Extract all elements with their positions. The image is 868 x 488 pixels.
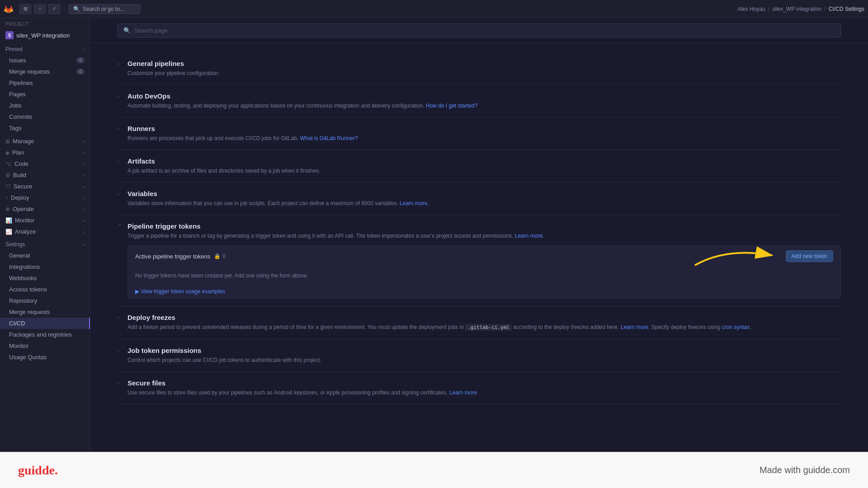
usage-quotas-label: Usage Quotas (9, 354, 47, 361)
secure-label: Secure (14, 183, 32, 190)
sidebar: Project S silex_WP integration Pinned › … (0, 18, 90, 452)
variables-link[interactable]: Learn more. (400, 200, 429, 206)
add-new-token-button[interactable]: Add new token (786, 250, 833, 262)
section-runners: › Runners Runners are processes that pic… (118, 117, 841, 150)
sidebar-project-label: Project (0, 18, 90, 28)
plan-icon: ◈ (5, 150, 9, 156)
search-input[interactable] (134, 27, 835, 34)
runners-link[interactable]: What is GitLab Runner? (300, 135, 358, 141)
topbar-divider (64, 5, 65, 14)
auto-devops-title: Auto DevOps (127, 92, 170, 100)
section-variables-header[interactable]: › Variables (118, 190, 841, 197)
sidebar-group-plan[interactable]: ◈ Plan › (0, 147, 90, 158)
repository-label: Repository (9, 297, 37, 304)
sidebar-item-jobs[interactable]: Jobs (0, 100, 90, 111)
merge-requests-badge: 0 (76, 69, 85, 75)
sidebar-group-monitor[interactable]: 📊 Monitor › (0, 215, 90, 226)
sidebar-item-cicd[interactable]: CI/CD (0, 318, 90, 329)
sidebar-item-merge-requests-settings[interactable]: Merge requests (0, 306, 90, 318)
section-runners-header[interactable]: › Runners (118, 125, 841, 132)
sidebar-pinned-header[interactable]: Pinned › (0, 44, 90, 55)
tokens-panel: Active pipeline trigger tokens 🔒 0 Add n… (127, 245, 841, 299)
sidebar-item-usage-quotas[interactable]: Usage Quotas (0, 352, 90, 363)
webhooks-label: Webhooks (9, 275, 37, 282)
deploy-label: Deploy (11, 194, 29, 201)
auto-devops-link[interactable]: How do I get started? (426, 103, 477, 109)
artifacts-desc: A job artifact is an archive of files an… (118, 167, 841, 175)
sidebar-group-code[interactable]: ⌥ Code › (0, 158, 90, 169)
settings-chevron: › (83, 242, 85, 247)
sidebar-item-packages-registries[interactable]: Packages and registries (0, 329, 90, 340)
breadcrumb-project[interactable]: silex_WP integration (772, 6, 821, 12)
sidebar-group-operate[interactable]: ⊕ Operate › (0, 203, 90, 215)
sidebar-item-monitor-settings[interactable]: Monitor (0, 340, 90, 352)
plan-label: Plan (12, 149, 24, 156)
general-label: General (9, 252, 30, 259)
topbar-search[interactable]: 🔍 Search or go to... (68, 4, 141, 14)
deploy-chevron: › (83, 195, 85, 201)
secure-files-desc: Use secure files to store files used by … (118, 389, 841, 397)
section-artifacts-header[interactable]: › Artifacts (118, 157, 841, 165)
ptt-body: Trigger a pipeline for a branch or tag b… (118, 232, 841, 299)
variables-chevron: › (118, 191, 123, 197)
access-tokens-label: Access tokens (9, 286, 47, 293)
check-icon-btn[interactable]: ✓ (48, 4, 61, 14)
sidebar-item-commits[interactable]: Commits (0, 111, 90, 122)
sidebar-item-pipelines[interactable]: Pipelines (0, 77, 90, 89)
manage-label: Manage (13, 138, 34, 145)
section-deploy-freezes-header[interactable]: › Deploy freezes (118, 314, 841, 321)
variables-desc: Variables store information that you can… (118, 199, 841, 207)
content-area: › General pipelines Customize your pipel… (90, 43, 868, 413)
sidebar-item-pages[interactable]: Pages (0, 89, 90, 100)
section-secure-files-header[interactable]: › Secure files (118, 379, 841, 387)
sidebar-item-access-tokens[interactable]: Access tokens (0, 284, 90, 295)
sidebar-group-build[interactable]: ⚙ Build › (0, 169, 90, 181)
view-examples-link[interactable]: ▶ View trigger token usage examples (135, 288, 833, 295)
sidebar-item-webhooks[interactable]: Webhooks (0, 272, 90, 284)
guidde-logo: guidde. (18, 463, 58, 478)
cicd-label: CI/CD (9, 320, 25, 327)
section-general-pipelines: › General pipelines Customize your pipel… (118, 52, 841, 85)
ptt-header[interactable]: › Pipeline trigger tokens (118, 222, 841, 230)
topbar: ⊞ ⑂ ✓ 🔍 Search or go to... Alex Hoyau / … (0, 0, 868, 18)
sidebar-settings-header[interactable]: Settings › (0, 239, 90, 250)
sidebar-item-repository[interactable]: Repository (0, 295, 90, 306)
tokens-footer: ▶ View trigger token usage examples (128, 284, 840, 298)
sidebar-group-secure[interactable]: 🛡 Secure › (0, 181, 90, 192)
monitor-settings-label: Monitor (9, 343, 28, 349)
section-job-token-header[interactable]: › Job token permissions (118, 347, 841, 354)
sidebar-item-issues[interactable]: Issues 0 (0, 55, 90, 66)
sidebar-group-deploy[interactable]: ↑ Deploy › (0, 192, 90, 203)
active-tokens-label: Active pipeline trigger tokens (135, 253, 210, 260)
add-token-btn-container: Add new token (786, 250, 833, 262)
breadcrumb-user[interactable]: Alex Hoyau (737, 6, 765, 12)
home-icon-btn[interactable]: ⊞ (19, 4, 32, 14)
deploy-freezes-chevron: › (118, 315, 123, 320)
artifacts-title: Artifacts (127, 157, 155, 165)
sidebar-item-tags[interactable]: Tags (0, 122, 90, 134)
sidebar-group-analyze[interactable]: 📈 Analyze › (0, 226, 90, 237)
runners-desc: Runners are processes that pick up and e… (118, 134, 841, 142)
job-token-title: Job token permissions (127, 347, 201, 354)
job-token-desc: Control which projects can use CI/CD job… (118, 356, 841, 364)
section-secure-files: › Secure files Use secure files to store… (118, 372, 841, 404)
search-bar-container: 🔍 (90, 18, 868, 43)
secure-files-learn-more[interactable]: Learn more (449, 389, 477, 396)
section-auto-devops-header[interactable]: › Auto DevOps (118, 92, 841, 100)
issues-badge: 0 (76, 57, 85, 63)
deploy-freezes-learn-more[interactable]: Learn more. (621, 324, 650, 330)
breadcrumb-current: CI/CD Settings (829, 6, 864, 12)
sidebar-group-manage[interactable]: ⊞ Manage › (0, 136, 90, 147)
sidebar-item-merge-requests[interactable]: Merge requests 0 (0, 66, 90, 77)
sidebar-item-general[interactable]: General (0, 250, 90, 261)
search-bar[interactable]: 🔍 (118, 23, 841, 38)
section-general-pipelines-header[interactable]: › General pipelines (118, 60, 841, 67)
search-bar-icon: 🔍 (123, 27, 131, 34)
runners-chevron: › (118, 126, 123, 131)
ptt-chevron-open: › (118, 224, 123, 229)
deploy-freezes-cron-link[interactable]: cron syntax (722, 324, 750, 330)
merge-icon-btn[interactable]: ⑂ (33, 4, 46, 14)
tokens-count: 🔒 0 (214, 253, 226, 259)
ptt-learn-more-link[interactable]: Learn more. (515, 233, 544, 239)
sidebar-item-integrations[interactable]: Integrations (0, 261, 90, 272)
